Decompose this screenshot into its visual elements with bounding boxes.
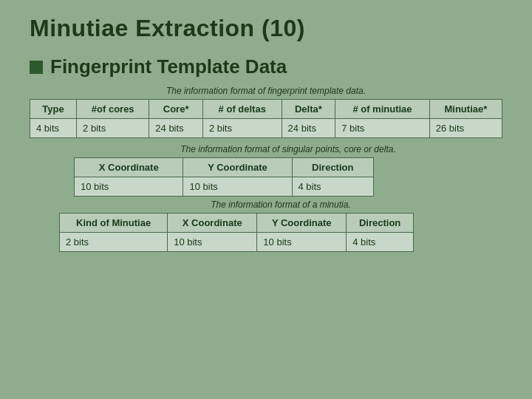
col-y-coord: Y Coordinate	[257, 214, 347, 233]
cell-delta-bits: 24 bits	[282, 119, 335, 138]
slide: Minutiae Extraction (10) Fingerprint Tem…	[0, 0, 532, 399]
cell-x2-bits: 10 bits	[168, 233, 257, 252]
cell-core-bits: 24 bits	[149, 119, 203, 138]
page-title: Minutiae Extraction (10)	[30, 15, 502, 42]
minutia-table: Kind of Minutiae X Coordinate Y Coordina…	[59, 213, 414, 252]
col-x: X Coordinate	[75, 158, 183, 177]
bullet-icon	[30, 61, 43, 74]
main-table-header-row: Type #of cores Core* # of deltas Delta* …	[30, 100, 502, 119]
table-row: 4 bits 2 bits 24 bits 2 bits 24 bits 7 b…	[30, 119, 502, 138]
col-kind: Kind of Minutiae	[60, 214, 168, 233]
cell-minutiae-star-bits: 26 bits	[429, 119, 502, 138]
main-table: Type #of cores Core* # of deltas Delta* …	[30, 99, 502, 138]
cell-minutiae-bits: 7 bits	[335, 119, 430, 138]
singular-table-wrapper: The information format of singular point…	[30, 144, 502, 197]
main-table-wrapper: The information format of fingerprint te…	[30, 86, 502, 138]
cell-x-bits: 10 bits	[75, 177, 183, 197]
col-type: Type	[30, 100, 77, 119]
cell-type: 4 bits	[30, 119, 77, 138]
col-y: Y Coordinate	[183, 158, 292, 177]
caption3: The information format of a minutia.	[59, 200, 502, 210]
bullet-section: Fingerprint Template Data The informatio…	[30, 55, 502, 252]
singular-header-row: X Coordinate Y Coordinate Direction	[75, 158, 374, 177]
col-core: Core*	[149, 100, 203, 119]
cell-cores: 2 bits	[77, 119, 149, 138]
col-delta: Delta*	[282, 100, 335, 119]
col-minutiae: # of minutiae	[335, 100, 430, 119]
col-minutiae-star: Minutiae*	[429, 100, 502, 119]
table-row: 10 bits 10 bits 4 bits	[75, 177, 374, 197]
cell-y2-bits: 10 bits	[257, 233, 347, 252]
col-deltas: # of deltas	[202, 100, 282, 119]
minutia-table-wrapper: The information format of a minutia. Kin…	[30, 200, 502, 252]
caption2: The information format of singular point…	[74, 144, 502, 154]
minutia-header-row: Kind of Minutiae X Coordinate Y Coordina…	[60, 214, 414, 233]
caption1: The information format of fingerprint te…	[30, 86, 502, 96]
singular-table: X Coordinate Y Coordinate Direction 10 b…	[74, 157, 374, 197]
cell-dir-bits: 4 bits	[292, 177, 373, 197]
cell-kind-bits: 2 bits	[60, 233, 168, 252]
bullet-heading: Fingerprint Template Data	[30, 55, 502, 78]
col-dir: Direction	[292, 158, 373, 177]
table-row: 2 bits 10 bits 10 bits 4 bits	[60, 233, 414, 252]
cell-deltas-bits: 2 bits	[202, 119, 282, 138]
cell-y-bits: 10 bits	[183, 177, 292, 197]
col-cores: #of cores	[77, 100, 149, 119]
col-x-coord: X Coordinate	[168, 214, 257, 233]
cell-dir2-bits: 4 bits	[347, 233, 414, 252]
col-direction: Direction	[347, 214, 414, 233]
